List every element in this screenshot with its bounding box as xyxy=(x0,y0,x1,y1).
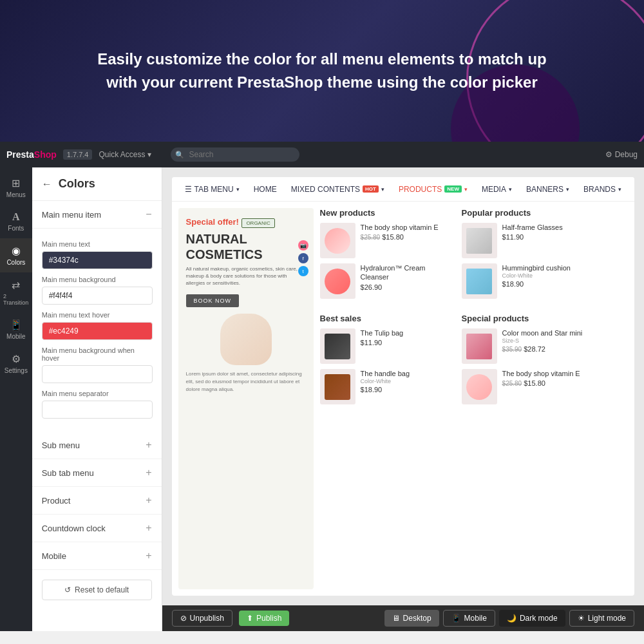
light-mode-button[interactable]: ☀ Light mode xyxy=(569,610,634,627)
main-menu-bg-input[interactable] xyxy=(42,287,153,305)
banner-headline: Natural Cosmetics xyxy=(186,231,306,262)
product-price: $25.80 $15.80 xyxy=(502,379,621,387)
hamburger-icon: ☰ xyxy=(185,185,192,194)
main-menu-bg-row xyxy=(42,287,152,305)
sidebar-item-label: Fonts xyxy=(8,225,24,232)
nav-brands[interactable]: BRANDS ▾ xyxy=(577,177,628,201)
main-menu-bg-hover-input[interactable] xyxy=(42,365,153,383)
main-layout: ⊞ Menus A Fonts ◉ Colors ⇄ 2 Transition … xyxy=(0,167,644,631)
product-info: Hummingbird cushion Color-White $18.90 xyxy=(502,263,621,288)
main-menu-separator-row xyxy=(42,401,152,419)
field-label-separator: Main menu separator xyxy=(42,390,152,397)
product-price: $11.90 xyxy=(502,233,621,241)
product-image xyxy=(320,328,355,364)
product-item: The handle bag Color-White $18.90 xyxy=(320,369,449,404)
expand-icon: + xyxy=(146,495,151,506)
shop-preview: ☰ TAB MENU ▾ HOME MIXED CONTENTS HOT ▾ P… xyxy=(172,177,634,596)
product-item: Half-frame Glasses $11.90 xyxy=(462,223,621,258)
chevron-icon: ▾ xyxy=(509,186,512,193)
mobile-section[interactable]: Mobile + xyxy=(32,542,162,570)
field-label-bg-hover: Main menu background when hover xyxy=(42,346,152,362)
product-color: Color-White xyxy=(502,272,621,279)
product-color: Color-White xyxy=(361,378,449,384)
product-title: Product xyxy=(42,496,71,506)
back-button[interactable]: ← xyxy=(42,178,52,190)
desktop-icon: 🖥 xyxy=(392,614,400,623)
sidebar-item-fonts[interactable]: A Fonts xyxy=(0,205,32,238)
main-menu-item-content: Main menu text Main menu background Main… xyxy=(32,229,162,431)
transition-icon: ⇄ xyxy=(12,279,20,291)
lorem-text: Lorem ipsum dolor sit amet, consectetur … xyxy=(186,370,306,393)
product-name: The handle bag xyxy=(361,369,449,378)
sidebar-item-mobile[interactable]: 📱 Mobile xyxy=(0,312,32,346)
product-item: Hydraluron™ Cream Cleanser $26.90 xyxy=(320,263,449,299)
sidebar-item-settings[interactable]: ⚙ Settings xyxy=(0,346,32,381)
field-label-bg: Main menu background xyxy=(42,276,152,283)
banner-desc: All natural makeup, organic cosmetics, s… xyxy=(186,265,306,287)
expand-icon: + xyxy=(146,522,151,534)
panel-header: ← Colors xyxy=(32,167,162,201)
organic-tag: ORGANIC xyxy=(242,218,274,228)
product-name: Half-frame Glasses xyxy=(502,223,621,232)
nav-products[interactable]: PRODUCTS NEW ▾ xyxy=(392,177,474,201)
sidebar-item-menus[interactable]: ⊞ Menus xyxy=(0,171,32,205)
search-bar[interactable] xyxy=(171,147,299,162)
chevron-icon: ▾ xyxy=(464,186,468,193)
chevron-icon: ▾ xyxy=(381,186,384,193)
bottom-bar: ⊘ Unpublish ⬆ Publish 🖥 Desktop 📱 Mobile… xyxy=(162,605,644,631)
nav-banners[interactable]: BANNERS ▾ xyxy=(520,177,576,201)
product-price: $26.90 xyxy=(361,283,449,291)
sidebar-item-transition[interactable]: ⇄ 2 Transition xyxy=(0,272,32,312)
mobile-button[interactable]: 📱 Mobile xyxy=(443,610,495,627)
section-title: Main menu item xyxy=(42,210,101,220)
unpublish-icon: ⊘ xyxy=(180,614,187,623)
book-now-button[interactable]: BOOK NOW xyxy=(186,294,240,307)
main-menu-text-input[interactable] xyxy=(42,251,153,269)
quick-access-menu[interactable]: Quick Access ▾ xyxy=(99,150,151,159)
prestashop-logo: PrestaShop xyxy=(6,149,57,160)
nav-media[interactable]: MEDIA ▾ xyxy=(475,177,518,201)
product-image xyxy=(320,223,355,258)
sidebar-item-colors[interactable]: ◉ Colors xyxy=(0,238,32,272)
desktop-button[interactable]: 🖥 Desktop xyxy=(384,610,439,627)
chevron-icon: ▾ xyxy=(618,186,621,193)
sub-tab-menu-title: Sub tab menu xyxy=(42,468,94,478)
product-name: The Tulip bag xyxy=(361,328,449,337)
mobile-title: Mobile xyxy=(42,551,66,561)
main-menu-hover-input[interactable] xyxy=(42,322,153,340)
moon-icon: 🌙 xyxy=(507,614,516,623)
nav-home[interactable]: HOME xyxy=(247,177,283,201)
hot-badge: HOT xyxy=(363,185,379,193)
sidebar-item-label: Mobile xyxy=(6,333,25,340)
main-menu-item-section[interactable]: Main menu item − xyxy=(32,201,162,229)
product-price: $35.90 $28.72 xyxy=(502,345,621,353)
sub-menu-section[interactable]: Sub menu + xyxy=(32,431,162,459)
product-section[interactable]: Product + xyxy=(32,487,162,515)
reset-icon: ↺ xyxy=(64,585,71,594)
countdown-title: Countdown clock xyxy=(42,524,106,533)
new-badge: NEW xyxy=(444,185,462,193)
admin-bar: PrestaShop 1.7.7.4 Quick Access ▾ ⚙ Debu… xyxy=(0,142,644,167)
social-icon-2[interactable]: f xyxy=(298,253,308,263)
publish-button[interactable]: ⬆ Publish xyxy=(239,611,289,626)
new-products-title: New products xyxy=(320,208,449,218)
nav-mixed-contents[interactable]: MIXED CONTENTS HOT ▾ xyxy=(285,177,391,201)
sidebar-item-label: Settings xyxy=(5,367,28,374)
reset-to-default-button[interactable]: ↺ Reset to default xyxy=(42,580,152,600)
main-menu-separator-input[interactable] xyxy=(42,401,153,419)
product-info: Hydraluron™ Cream Cleanser $26.90 xyxy=(361,263,449,291)
search-input[interactable] xyxy=(171,147,299,162)
product-name: The body shop vitamin E xyxy=(361,223,449,232)
product-name: Hummingbird cushion xyxy=(502,263,621,272)
nav-tab-menu[interactable]: ☰ TAB MENU ▾ xyxy=(178,177,246,201)
reset-label: Reset to default xyxy=(75,585,129,594)
sub-tab-menu-section[interactable]: Sub tab menu + xyxy=(32,459,162,487)
dark-mode-button[interactable]: 🌙 Dark mode xyxy=(499,610,565,627)
unpublish-button[interactable]: ⊘ Unpublish xyxy=(172,610,232,627)
social-icon-1[interactable]: 📷 xyxy=(298,240,308,251)
product-image xyxy=(462,263,497,299)
social-icon-3[interactable]: t xyxy=(298,266,308,276)
product-name: Color moon and Star mini xyxy=(502,328,621,337)
countdown-section[interactable]: Countdown clock + xyxy=(32,515,162,542)
product-image xyxy=(320,263,355,299)
